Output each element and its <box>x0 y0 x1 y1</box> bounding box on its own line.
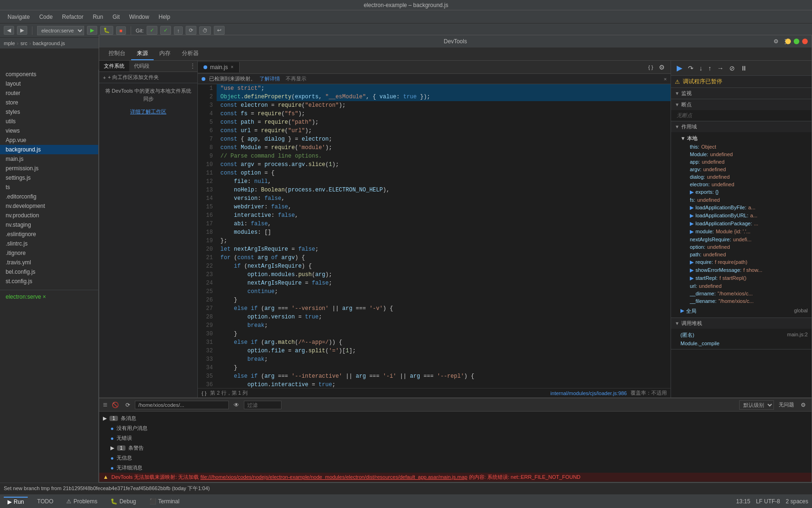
toolbar-forward[interactable]: ▶ <box>17 26 27 35</box>
menu-refactor[interactable]: Refactor <box>58 13 87 21</box>
error-link[interactable]: file:///home/xios/codes/nodejs/electron-… <box>200 474 467 480</box>
console-eye[interactable]: 👁 <box>232 401 241 409</box>
editor-settings[interactable]: ⚙ <box>657 63 667 72</box>
dt-tab-sources[interactable]: 来源 <box>131 48 154 60</box>
editor-format[interactable]: { } <box>647 63 655 72</box>
notif-close[interactable]: × <box>664 76 667 82</box>
dt-file-more[interactable]: ⋮ <box>188 61 197 71</box>
sidebar-item-nvprod[interactable]: nv.production <box>0 211 98 220</box>
toolbar-git-history[interactable]: ⏱ <box>199 26 211 35</box>
console-row-warnings[interactable]: ▶ 1 条警告 <box>99 443 812 453</box>
bottom-tab-debug[interactable]: 🐛 Debug <box>107 497 140 506</box>
debug-resume[interactable]: ▶ <box>675 63 684 73</box>
console-filter-input[interactable] <box>244 401 281 409</box>
debug-item-moduleobj[interactable]: ▶module:Module {id: '.'... <box>684 228 808 236</box>
dt-tab-console[interactable]: 控制台 <box>103 48 131 60</box>
sidebar-item-components[interactable]: components <box>0 70 98 79</box>
sidebar-item-store[interactable]: store <box>0 98 98 107</box>
menu-navigate[interactable]: Navigate <box>4 13 33 21</box>
console-row-messages[interactable]: ▶ 1 条消息 <box>99 413 812 423</box>
debug-item-loadbyfile[interactable]: ▶loadApplicationByFile:a... <box>684 204 808 212</box>
settings-icon[interactable]: ⚙ <box>773 38 779 45</box>
toolbar-git-check2[interactable]: ✓ <box>160 26 171 35</box>
toolbar-back[interactable]: ◀ <box>4 26 14 35</box>
sidebar-item-router[interactable]: router <box>0 88 98 98</box>
debug-step-into[interactable]: ↓ <box>697 63 704 73</box>
console-clear[interactable]: 🚫 <box>110 401 121 409</box>
bottom-tab-todo[interactable]: TODO <box>33 497 57 506</box>
toolbar-stop[interactable]: ■ <box>116 26 126 35</box>
menu-git[interactable]: Git <box>109 13 123 21</box>
debug-step-over[interactable]: ↷ <box>686 63 695 73</box>
debug-item-exports[interactable]: ▶exports: {} <box>684 188 808 196</box>
debug-step-out[interactable]: ↑ <box>706 63 713 73</box>
kebab-icon[interactable]: ⋮ <box>782 38 788 45</box>
debug-item-loadbyurl[interactable]: ▶loadApplicationByURL:a... <box>684 212 808 220</box>
toolbar-git-fetch[interactable]: ⟳ <box>186 26 196 35</box>
debug-scope-toggle[interactable]: ▼ 作用域 <box>671 121 812 132</box>
debug-item-startrepl[interactable]: ▶startRepl:f startRepl() <box>684 274 808 282</box>
toolbar-git-check[interactable]: ✓ <box>147 26 157 35</box>
sidebar-item-permission[interactable]: permission.js <box>0 164 98 173</box>
debug-cs-item-0[interactable]: (匿名) main.js:2 <box>675 331 808 340</box>
debug-item-loadpkg[interactable]: ▶loadApplicationPackage:... <box>684 220 808 228</box>
console-row-no-info[interactable]: ● 无信息 <box>99 453 812 463</box>
menu-help[interactable]: Help <box>155 13 174 21</box>
console-path-input[interactable] <box>135 401 229 409</box>
project-select[interactable]: electron:serve <box>37 26 84 35</box>
notif-link[interactable]: 了解详情 <box>259 75 280 82</box>
toolbar-git-push[interactable]: ↑ <box>174 26 183 35</box>
debug-local-header[interactable]: ▼ 本地 <box>675 134 808 143</box>
debug-step[interactable]: → <box>715 63 726 73</box>
sidebar-item-itignore[interactable]: .itignore <box>0 248 98 258</box>
debug-item-showerror[interactable]: ▶showErrorMessage:f show... <box>684 266 808 274</box>
toolbar-run[interactable]: ▶ <box>87 26 97 35</box>
debug-watch-toggle[interactable]: ▼ 监视 <box>671 88 812 99</box>
dt-tab-profiler[interactable]: 分析器 <box>176 48 204 60</box>
sidebar-item-run-config[interactable]: electron:serve × <box>0 292 98 302</box>
dt-tab-snippets[interactable]: 代码段 <box>129 61 154 71</box>
console-level-select[interactable]: 默认级别 <box>739 400 774 410</box>
console-refresh[interactable]: ⟳ <box>124 401 132 409</box>
bottom-tab-terminal[interactable]: ⬛ Terminal <box>146 497 183 506</box>
sidebar-item-eslintignore[interactable]: .eslintignore <box>0 230 98 239</box>
menu-window[interactable]: Window <box>125 13 153 21</box>
notif-dismiss[interactable]: 不再显示 <box>286 75 306 82</box>
console-row-no-verbose[interactable]: ● 无详细消息 <box>99 463 812 473</box>
console-row-no-user[interactable]: ● 没有用户消息 <box>99 423 812 433</box>
console-no-issues[interactable]: 无问题 <box>777 400 796 409</box>
dt-tab-filesystem[interactable]: 文件系统 <box>99 61 129 71</box>
console-settings[interactable]: ⚙ <box>799 401 808 409</box>
sidebar-item-views[interactable]: views <box>0 126 98 135</box>
code-area[interactable]: 1 "use strict"; 2 Object.defineProperty(… <box>198 84 671 388</box>
toolbar-debug[interactable]: 🐛 <box>100 26 113 35</box>
bottom-tab-problems[interactable]: ⚠ Problems <box>62 497 101 506</box>
debug-cs-item-1[interactable]: Module._compile <box>675 340 808 347</box>
sidebar-item-styles[interactable]: styles <box>0 107 98 117</box>
add-folder-action[interactable]: + + 向工作区添加文件夹 <box>99 72 197 83</box>
debug-deactivate[interactable]: ⊘ <box>727 63 737 73</box>
sidebar-item-mainjs[interactable]: main.js <box>0 154 98 164</box>
dt-editor-tab-mainjs[interactable]: main.js × <box>198 62 240 72</box>
devtools-close[interactable] <box>802 39 808 44</box>
sidebar-item-stconfig[interactable]: st.config.js <box>0 277 98 286</box>
sidebar-item-nvstaging[interactable]: nv.staging <box>0 220 98 230</box>
sidebar-item-slintrc[interactable]: .slintrc.js <box>0 239 98 248</box>
sidebar-item-travis[interactable]: .travis.yml <box>0 258 98 267</box>
bottom-tab-run[interactable]: ▶ Run <box>4 497 28 506</box>
sidebar-item-background[interactable]: background.js <box>0 145 98 154</box>
workspace-link[interactable]: 详细了解工作区 <box>99 106 197 117</box>
menu-code[interactable]: Code <box>35 13 56 21</box>
debug-cs-toggle[interactable]: ▼ 调用堆栈 <box>671 318 812 329</box>
debug-bp-toggle[interactable]: ▼ 断点 <box>671 99 812 110</box>
sidebar-item-utils[interactable]: utils <box>0 117 98 126</box>
tab-close[interactable]: × <box>231 64 234 70</box>
devtools-maximize[interactable] <box>794 39 799 44</box>
status-source[interactable]: internal/modules/cjs/loader.js:986 <box>550 390 627 396</box>
sidebar-item-nvdev[interactable]: nv.development <box>0 201 98 211</box>
debug-global-header[interactable]: ▶ 全局 global <box>675 307 808 316</box>
sidebar-item-belconfig[interactable]: bel.config.js <box>0 267 98 277</box>
toolbar-git-revert[interactable]: ↩ <box>214 26 225 35</box>
console-row-no-errors[interactable]: ● 无错误 <box>99 433 812 443</box>
sidebar-item-appvue[interactable]: App.vue <box>0 135 98 145</box>
